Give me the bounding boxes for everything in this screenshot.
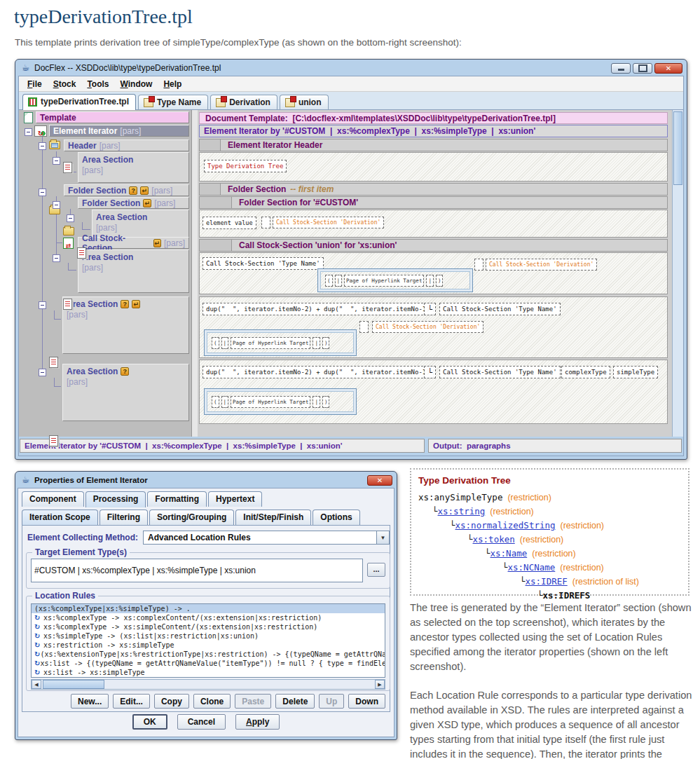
complextype-box[interactable]: complexType [561,366,610,378]
dialog-close-button[interactable] [367,475,392,486]
iterator-header-row[interactable]: Element Iterator Header [199,139,668,151]
location-rule[interactable]: ↻xs:%simpleType -> (xs:list|xs:restricti… [32,631,385,641]
tab-iteration-scope[interactable]: Iteration Scope [22,510,98,526]
hyperlink-group-box[interactable]: ( | Page of Hyperlink Target | ) [204,388,357,415]
tree-node-template[interactable]: Template [36,111,189,123]
location-rule[interactable]: ↻xs:list -> {(typeQName = getAttrQNameVa… [32,659,385,668]
type-link[interactable]: xs:IDREF [526,576,568,587]
simpletype-box[interactable]: simpleType [613,366,658,378]
folder-section-first-row[interactable]: Folder Section-- first item [199,183,668,196]
call-derivation-box[interactable]: Call Stock-Section 'Derivation' [273,217,384,228]
tree-node-element-iterator[interactable]: Element Iterator[pars] [49,125,189,137]
tab-type-name[interactable]: Type Name [138,95,208,109]
location-rule[interactable]: ↻(xs:%extensionType|xs:%restrictionType|… [32,650,385,659]
tree-node-area-section[interactable]: Area Section?↵[pars] [62,296,189,354]
elbow-box[interactable]: └ [424,366,436,378]
ok-button[interactable]: OK [132,714,167,730]
delete-button[interactable]: Delete [275,694,315,709]
hyperlink-target-box[interactable]: Page of Hyperlink Target [231,396,310,408]
paste-button[interactable]: Paste [235,694,271,709]
tree-node-folder-section[interactable]: Folder Section?↵[pars] [64,184,189,196]
tree-node-header[interactable]: Header[pars] [64,139,189,151]
tree-expand-handle[interactable] [53,254,60,262]
maximize-button[interactable] [633,63,652,74]
call-stock-union-row[interactable]: Call Stock-Section 'union' for 'xs:union… [199,239,668,252]
collecting-method-dropdown[interactable]: Advanced Location Rules ▼ [143,531,390,545]
minimize-button[interactable] [611,63,631,74]
tree-canvas-splitter[interactable] [192,110,198,437]
scroll-right-arrow[interactable]: ▶ [375,680,385,689]
up-button[interactable]: Up [319,694,344,709]
tree-expand-handle[interactable] [25,128,32,136]
tree-expand-handle[interactable] [39,142,46,150]
tab-derivation[interactable]: Derivation [210,95,277,109]
location-rule[interactable]: ↻xs:%complexType -> xs:complexContent/(x… [32,613,385,622]
call-typename-box[interactable]: Call Stock-Section 'Type Name' [439,366,561,378]
ellipsis-button[interactable]: ... [367,563,385,577]
tree-node-call-stock-section[interactable]: Call Stock-Section↵[pars] [78,237,189,249]
tab-filtering[interactable]: Filtering [99,510,148,525]
edit-button[interactable]: Edit... [113,694,150,709]
menu-tools[interactable]: Tools [81,78,114,90]
call-typename-box[interactable]: Call Stock-Section 'Type Name' [439,303,561,315]
tab-component[interactable]: Component [22,491,84,507]
type-link[interactable]: xs:NCName [508,562,556,573]
tree-expand-handle[interactable] [39,189,46,196]
elbow-box[interactable]: └ [424,303,436,315]
tab-typederivationtree[interactable]: typeDerivationTree.tpl [22,94,136,110]
tab-processing[interactable]: Processing [85,491,146,507]
type-link[interactable]: xs:Name [490,548,528,559]
folder-section-custom-row[interactable]: Folder Section for '#CUSTOM' [199,196,668,209]
new-button[interactable]: New... [71,694,109,709]
tree-node-area-section[interactable]: Area Section[pars] [78,249,189,293]
menu-help[interactable]: Help [158,78,187,90]
scrollbar-thumb[interactable] [673,111,682,185]
hyperlink-group-box[interactable]: ( | Page of Hyperlink Target | ) [317,268,473,292]
canvas-vertical-scrollbar[interactable] [672,110,683,437]
tab-options[interactable]: Options [313,510,359,525]
location-rule[interactable]: (xs:%complexType|xs:%simpleType) -> . [32,604,385,613]
copy-button[interactable]: Copy [154,694,189,709]
type-link[interactable]: xs:string [438,506,486,517]
tab-formatting[interactable]: Formatting [147,491,207,507]
call-derivation-box[interactable]: Call Stock-Section 'Derivation' [372,321,483,333]
location-rule[interactable]: ↻xs:list -> xs:simpleType [32,668,385,677]
tab-union[interactable]: union [280,95,329,109]
element-iterator-row[interactable]: Element Iterator by '#CUSTOM | xs:%compl… [199,125,668,137]
tab-sorting-grouping[interactable]: Sorting/Grouping [149,510,234,525]
menu-file[interactable]: File [22,78,48,90]
dup-expression-box[interactable]: dup(" ", iterator.itemNo-2) + dup(" ", i… [203,366,434,378]
small-control-box[interactable] [474,259,483,271]
call-typename-box[interactable]: Call Stock-Section 'Type Name' [203,257,324,270]
location-rule[interactable]: ↻xs:restriction -> xs:simpleType [32,641,385,650]
chevron-down-icon[interactable]: ▼ [376,531,389,544]
hyperlink-target-box[interactable]: Page of Hyperlink Target [231,337,310,349]
hyperlink-target-box[interactable]: Page of Hyperlink Target [344,275,424,287]
type-link[interactable]: xs:normalizedString [455,520,556,531]
tab-hypertext[interactable]: Hypertext [208,491,262,507]
scrollbar-thumb[interactable] [43,680,104,689]
tree-expand-handle[interactable] [53,201,60,209]
tree-expand-handle[interactable] [53,157,60,165]
scroll-left-arrow[interactable]: ◀ [32,680,41,689]
tree-expand-handle[interactable] [67,214,74,222]
tree-expand-handle[interactable] [39,301,46,309]
tree-node-area-section[interactable]: Area Section[pars] [78,152,189,183]
element-value-box[interactable]: element value [203,217,256,229]
small-control-box[interactable] [359,321,369,333]
expression-box[interactable]: Type Derivation Tree [204,160,287,172]
menu-window[interactable]: Window [115,78,158,90]
dup-expression-box[interactable]: dup(" ", iterator.itemNo-2) + dup(" ", i… [203,303,434,315]
apply-button[interactable]: Apply [235,714,280,730]
call-derivation-box[interactable]: Call Stock-Section 'Derivation' [486,259,597,271]
menu-stock[interactable]: Stock [48,78,82,90]
tree-expand-handle[interactable] [39,369,46,376]
tree-node-area-section[interactable]: Area Section?[pars] [62,364,189,421]
document-template-row[interactable]: Document Template: [C:\docflex-xml\templ… [199,112,668,124]
rules-horizontal-scrollbar[interactable]: ◀ ▶ [31,679,385,690]
down-button[interactable]: Down [348,694,385,709]
close-button[interactable] [654,63,682,74]
type-link[interactable]: xs:token [473,534,515,545]
cancel-button[interactable]: Cancel [177,714,226,730]
tree-node-folder-section-inner[interactable]: Folder Section↵[pars] [78,197,189,209]
